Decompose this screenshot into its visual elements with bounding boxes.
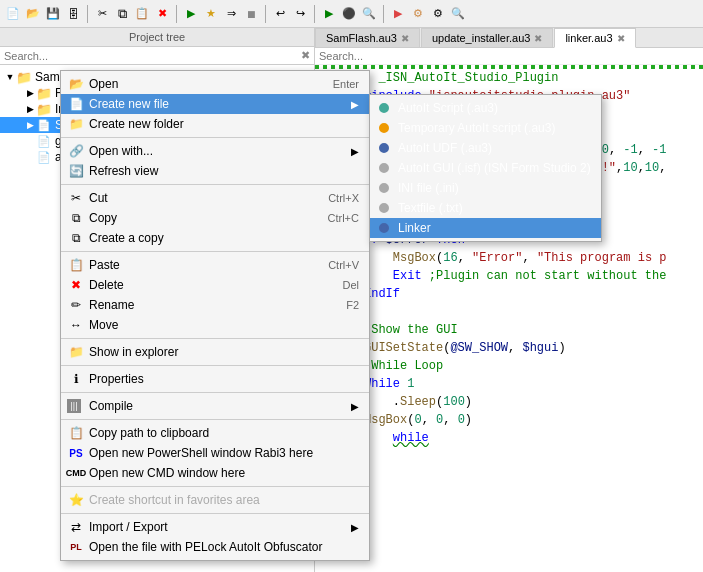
menu-item-move[interactable]: ↔ Move xyxy=(61,315,369,335)
code-line-comment4: ;Show the GUI xyxy=(315,321,703,339)
au3-icon xyxy=(376,100,392,116)
menu-label-create-file: Create new file xyxy=(89,97,169,111)
menu-item-import[interactable]: ⇄ Import / Export ▶ xyxy=(61,517,369,537)
delete-toolbar-btn[interactable]: ✖ xyxy=(153,5,171,23)
menu-label-import: Import / Export xyxy=(89,520,168,534)
redo-toolbar-btn[interactable]: ↪ xyxy=(291,5,309,23)
menu-item-compile[interactable]: ||| Compile ▶ xyxy=(61,396,369,416)
menu-item-shortcut: ⭐ Create shortcut in favorites area xyxy=(61,490,369,510)
copy-toolbar-btn[interactable]: ⧉ xyxy=(113,5,131,23)
menu-item-create-file[interactable]: 📄 Create new file ▶ AutoIt Script (.au3)… xyxy=(61,94,369,114)
watch-btn[interactable]: 🔍 xyxy=(360,5,378,23)
menu-shortcut-paste: Ctrl+V xyxy=(308,259,359,271)
menu-item-copy[interactable]: ⧉ Copy Ctrl+C xyxy=(61,208,369,228)
menu-item-show-explorer[interactable]: 📁 Show in explorer xyxy=(61,342,369,362)
panel-title: Project tree xyxy=(0,28,314,47)
menu-label-cmd: Open new CMD window here xyxy=(89,466,245,480)
code-line-comment1: ; _ISN_AutoIt_Studio_Plugin xyxy=(315,69,703,87)
undo-toolbar-btn[interactable]: ↩ xyxy=(271,5,289,23)
submenu-linker[interactable]: Linker xyxy=(370,218,601,238)
cut-toolbar-btn[interactable]: ✂ xyxy=(93,5,111,23)
submenu-ini[interactable]: INI file (.ini) xyxy=(370,178,601,198)
tab-label-samflash: SamFlash.au3 xyxy=(326,32,397,44)
clipboard-icon: 📋 xyxy=(67,424,85,442)
settings-btn[interactable]: ⚙ xyxy=(429,5,447,23)
menu-label-create-copy: Create a copy xyxy=(89,231,164,245)
tab-close-linker[interactable]: ✖ xyxy=(617,33,625,44)
menu-label-open-with: Open with... xyxy=(89,144,153,158)
menu-label-move: Move xyxy=(89,318,118,332)
menu-item-cmd[interactable]: CMD Open new CMD window here xyxy=(61,463,369,483)
code-line-comment5: ;While Loop xyxy=(315,357,703,375)
menu-label-create-folder: Create new folder xyxy=(89,117,184,131)
toolbar-sep-4 xyxy=(314,5,315,23)
menu-item-copy-path[interactable]: 📋 Copy path to clipboard xyxy=(61,423,369,443)
menu-item-pelock[interactable]: PL Open the file with PELock AutoIt Obfu… xyxy=(61,537,369,557)
tab-close-samflash[interactable]: ✖ xyxy=(401,33,409,44)
search-bar: ✖ xyxy=(0,47,314,65)
menu-item-paste[interactable]: 📋 Paste Ctrl+V xyxy=(61,255,369,275)
open-with-arrow: ▶ xyxy=(351,146,359,157)
tree-icon-1: 📁 xyxy=(36,86,52,100)
tab-label-update: update_installer.au3 xyxy=(432,32,530,44)
toolbar-sep-1 xyxy=(87,5,88,23)
tab-samflash[interactable]: SamFlash.au3 ✖ xyxy=(315,28,420,47)
menu-item-open[interactable]: 📂 Open Enter xyxy=(61,74,369,94)
stop-toolbar-btn[interactable]: ⏹ xyxy=(242,5,260,23)
toolbar-sep-3 xyxy=(265,5,266,23)
new-file-toolbar-btn[interactable]: 📄 xyxy=(4,5,22,23)
tab-linker[interactable]: linker.au3 ✖ xyxy=(554,28,635,48)
submenu-label-linker: Linker xyxy=(398,221,431,235)
menu-item-refresh[interactable]: 🔄 Refresh view xyxy=(61,161,369,181)
explorer-icon: 📁 xyxy=(67,343,85,361)
import-icon: ⇄ xyxy=(67,518,85,536)
menu-item-cut[interactable]: ✂ Cut Ctrl+X xyxy=(61,188,369,208)
save-all-toolbar-btn[interactable]: 🗄 xyxy=(64,5,82,23)
cut-menu-icon: ✂ xyxy=(67,189,85,207)
tree-icon-3: 📄 xyxy=(36,118,52,132)
editor-search-input[interactable] xyxy=(319,50,699,62)
isf-icon xyxy=(376,160,392,176)
compile-run-btn[interactable]: ▶ xyxy=(389,5,407,23)
menu-item-rename[interactable]: ✏ Rename F2 xyxy=(61,295,369,315)
open-toolbar-btn[interactable]: 📂 xyxy=(24,5,42,23)
submenu-au3[interactable]: AutoIt Script (.au3) xyxy=(370,98,601,118)
tab-close-update[interactable]: ✖ xyxy=(534,33,542,44)
step-toolbar-btn[interactable]: ⇒ xyxy=(222,5,240,23)
search-toolbar-btn[interactable]: 🔍 xyxy=(449,5,467,23)
code-line-msgbox0: 30 MsgBox(0, 0, 0) xyxy=(315,411,703,429)
bookmark-toolbar-btn[interactable]: ★ xyxy=(202,5,220,23)
build-btn[interactable]: ⚙ xyxy=(409,5,427,23)
submenu-temp-au3[interactable]: Temporary AutoIt script (.au3) xyxy=(370,118,601,138)
menu-item-delete[interactable]: ✖ Delete Del xyxy=(61,275,369,295)
submenu-udf[interactable]: AutoIt UDF (.au3) xyxy=(370,138,601,158)
import-arrow: ▶ xyxy=(351,522,359,533)
tab-bar: SamFlash.au3 ✖ update_installer.au3 ✖ li… xyxy=(315,28,703,48)
debug-run-btn[interactable]: ▶ xyxy=(320,5,338,23)
tree-arrow-5 xyxy=(24,151,36,163)
menu-item-powershell[interactable]: PS Open new PowerShell window Rabi3 here xyxy=(61,443,369,463)
run-toolbar-btn[interactable]: ▶ xyxy=(182,5,200,23)
submenu-label-udf: AutoIt UDF (.au3) xyxy=(398,141,492,155)
menu-shortcut-copy: Ctrl+C xyxy=(308,212,359,224)
toolbar-sep-5 xyxy=(383,5,384,23)
menu-label-powershell: Open new PowerShell window Rabi3 here xyxy=(89,446,313,460)
cmd-icon: CMD xyxy=(67,464,85,482)
save-toolbar-btn[interactable]: 💾 xyxy=(44,5,62,23)
submenu-isf[interactable]: AutoIt GUI (.isf) (ISN Form Studio 2) xyxy=(370,158,601,178)
paste-menu-icon: 📋 xyxy=(67,256,85,274)
code-line-blank3 xyxy=(315,303,703,321)
paste-toolbar-btn[interactable]: 📋 xyxy=(133,5,151,23)
code-line-sleep: 29 .Sleep(100) xyxy=(315,393,703,411)
menu-sep-5 xyxy=(61,365,369,366)
menu-item-open-with[interactable]: 🔗 Open with... ▶ xyxy=(61,141,369,161)
submenu-txt[interactable]: Textfile (.txt) xyxy=(370,198,601,218)
search-input[interactable] xyxy=(4,50,301,62)
clear-search-btn[interactable]: ✖ xyxy=(301,49,310,62)
tab-update[interactable]: update_installer.au3 ✖ xyxy=(421,28,553,47)
menu-item-create-copy[interactable]: ⧉ Create a copy xyxy=(61,228,369,248)
menu-item-properties[interactable]: ℹ Properties xyxy=(61,369,369,389)
breakpoint-btn[interactable]: ⚫ xyxy=(340,5,358,23)
menu-item-create-folder[interactable]: 📁 Create new folder xyxy=(61,114,369,134)
menu-label-properties: Properties xyxy=(89,372,144,386)
